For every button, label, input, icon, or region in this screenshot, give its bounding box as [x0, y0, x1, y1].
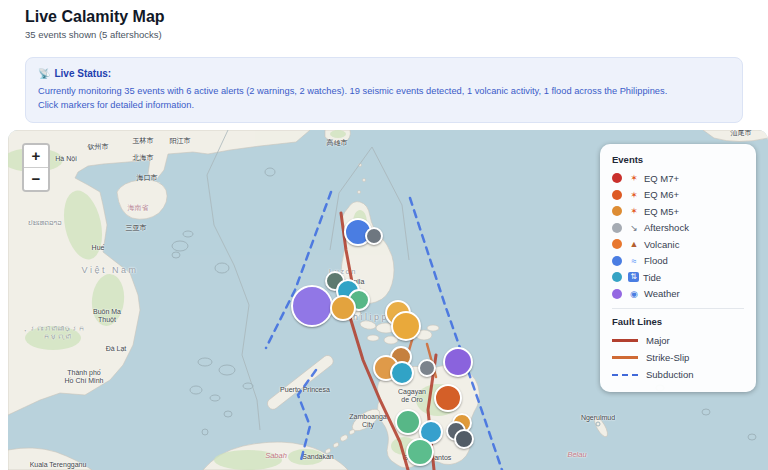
page-title: Live Calamity Map — [25, 8, 165, 26]
map-zoom-control: + − — [22, 143, 50, 192]
legend-color-dot — [612, 206, 622, 216]
legend-event-label: Aftershock — [644, 222, 689, 233]
legend-event-row: ≈Flood — [612, 253, 744, 270]
events-count-subtitle: 35 events shown (5 aftershocks) — [25, 29, 162, 40]
eq-m6--icon: ✶ — [628, 190, 640, 200]
zoom-out-button[interactable]: − — [24, 168, 48, 190]
live-status-banner: 📡Live Status: Currently monitoring 35 ev… — [25, 57, 743, 123]
tide-icon: ⇅ — [628, 272, 639, 282]
volcanic-icon: ▲ — [628, 239, 640, 249]
event-marker-eq-m5[interactable] — [391, 311, 421, 341]
event-marker-tide[interactable] — [390, 361, 414, 385]
zoom-in-button[interactable]: + — [24, 145, 48, 168]
legend-fault-label: Strike-Slip — [646, 352, 689, 363]
live-status-title: 📡Live Status: — [38, 68, 730, 79]
legend-event-row: ⇅Tide — [612, 269, 744, 286]
aftershock-icon: ↘ — [628, 223, 640, 233]
event-marker-aftershock[interactable] — [454, 429, 474, 449]
event-marker-event[interactable] — [395, 409, 421, 435]
flood-icon: ≈ — [628, 256, 640, 266]
legend-color-dot — [612, 239, 622, 249]
legend-event-row: ▲Volcanic — [612, 236, 744, 253]
map-legend: Events ✶EQ M7+✶EQ M6+✶EQ M5+↘Aftershock▲… — [600, 144, 756, 392]
weather-icon: ◉ — [628, 289, 640, 299]
strike-slip-line-sample — [612, 356, 638, 359]
legend-event-label: Flood — [644, 255, 668, 266]
legend-divider — [612, 308, 744, 309]
legend-event-label: Volcanic — [644, 239, 679, 250]
legend-event-row: ◉Weather — [612, 286, 744, 303]
legend-faults-title: Fault Lines — [612, 316, 744, 327]
eq-m5--icon: ✶ — [628, 206, 640, 216]
legend-fault-label: Major — [646, 335, 670, 346]
legend-fault-row: Strike-Slip — [612, 349, 744, 366]
legend-event-row: ↘Aftershock — [612, 220, 744, 237]
legend-event-row: ✶EQ M5+ — [612, 203, 744, 220]
satellite-antenna-icon: 📡 — [38, 68, 50, 79]
event-marker-aftershock[interactable] — [418, 359, 436, 377]
legend-event-row: ✶EQ M6+ — [612, 187, 744, 204]
event-marker-eq-m5[interactable] — [330, 295, 356, 321]
legend-events-title: Events — [612, 154, 744, 165]
event-marker-event[interactable] — [406, 438, 434, 466]
legend-events-list: ✶EQ M7+✶EQ M6+✶EQ M5+↘Aftershock▲Volcani… — [612, 170, 744, 302]
subduction-line-sample — [612, 374, 638, 376]
legend-event-label: EQ M5+ — [644, 206, 679, 217]
legend-color-dot — [612, 289, 622, 299]
legend-event-label: Tide — [643, 272, 661, 283]
legend-event-label: Weather — [644, 288, 680, 299]
legend-faults-list: MajorStrike-SlipSubduction — [612, 332, 744, 383]
legend-color-dot — [612, 223, 622, 233]
event-marker-weather[interactable] — [291, 285, 333, 327]
legend-fault-row: Major — [612, 332, 744, 349]
legend-fault-label: Subduction — [646, 369, 694, 380]
legend-color-dot — [612, 190, 622, 200]
legend-fault-row: Subduction — [612, 366, 744, 383]
event-marker-eq-m6[interactable] — [434, 384, 462, 412]
legend-color-dot — [612, 272, 622, 282]
legend-color-dot — [612, 256, 622, 266]
live-status-description: Currently monitoring 35 events with 6 ac… — [38, 84, 730, 112]
legend-event-label: EQ M7+ — [644, 173, 679, 184]
legend-event-label: EQ M6+ — [644, 189, 679, 200]
live-calamity-map-page: Live Calamity Map 35 events shown (5 aft… — [0, 0, 768, 470]
event-marker-aftershock[interactable] — [365, 227, 383, 245]
legend-color-dot — [612, 173, 622, 183]
calamity-map[interactable]: 汕尾市高雄市钦州市玉林市阳江市北海市海口市海南省三亚市Hà Nộiປະເທດລາ… — [8, 130, 768, 470]
major-line-sample — [612, 339, 638, 342]
live-status-title-text: Live Status: — [54, 68, 111, 79]
eq-m7--icon: ✶ — [628, 173, 640, 183]
legend-event-row: ✶EQ M7+ — [612, 170, 744, 187]
event-marker-weather[interactable] — [443, 347, 473, 377]
